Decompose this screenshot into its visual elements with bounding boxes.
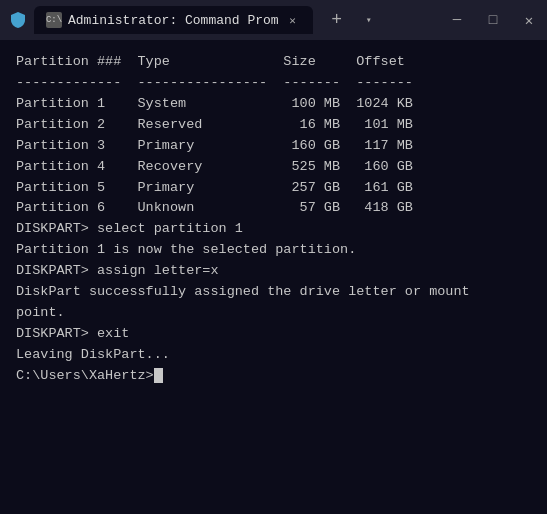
cursor: [154, 368, 163, 383]
titlebar-controls: ─ □ ✕: [447, 10, 539, 30]
minimize-button[interactable]: ─: [447, 10, 467, 30]
terminal-line: Partition 5 Primary 257 GB 161 GB: [16, 178, 531, 199]
terminal-line: Partition 3 Primary 160 GB 117 MB: [16, 136, 531, 157]
tab-icon: C:\: [46, 12, 62, 28]
terminal-line: DISKPART> exit: [16, 324, 531, 345]
close-button[interactable]: ✕: [519, 10, 539, 30]
terminal-line: Partition 2 Reserved 16 MB 101 MB: [16, 115, 531, 136]
titlebar-left: C:\ Administrator: Command Prom ✕ + ▾: [8, 6, 381, 34]
terminal-line: Partition 4 Recovery 525 MB 160 GB: [16, 157, 531, 178]
terminal-line: Partition ### Type Size Offset: [16, 52, 531, 73]
shield-icon: [8, 10, 28, 30]
terminal-line: Partition 6 Unknown 57 GB 418 GB: [16, 198, 531, 219]
terminal-line: DiskPart successfully assigned the drive…: [16, 282, 531, 303]
terminal-tab[interactable]: C:\ Administrator: Command Prom ✕: [34, 6, 313, 34]
terminal-line: C:\Users\XaHertz>: [16, 366, 531, 387]
maximize-button[interactable]: □: [483, 10, 503, 30]
terminal-line: Leaving DiskPart...: [16, 345, 531, 366]
terminal-body[interactable]: Partition ### Type Size Offset----------…: [0, 40, 547, 514]
terminal-window: C:\ Administrator: Command Prom ✕ + ▾ ─ …: [0, 0, 547, 514]
terminal-line: DISKPART> assign letter=x: [16, 261, 531, 282]
terminal-line: point.: [16, 303, 531, 324]
terminal-line: ------------- ---------------- ------- -…: [16, 73, 531, 94]
terminal-line: Partition 1 System 100 MB 1024 KB: [16, 94, 531, 115]
terminal-line: Partition 1 is now the selected partitio…: [16, 240, 531, 261]
terminal-line: DISKPART> select partition 1: [16, 219, 531, 240]
new-tab-button[interactable]: +: [323, 6, 351, 34]
titlebar: C:\ Administrator: Command Prom ✕ + ▾ ─ …: [0, 0, 547, 40]
tab-close-button[interactable]: ✕: [285, 12, 301, 28]
dropdown-button[interactable]: ▾: [357, 8, 381, 32]
terminal-output: Partition ### Type Size Offset----------…: [16, 52, 531, 387]
tab-title: Administrator: Command Prom: [68, 13, 279, 28]
